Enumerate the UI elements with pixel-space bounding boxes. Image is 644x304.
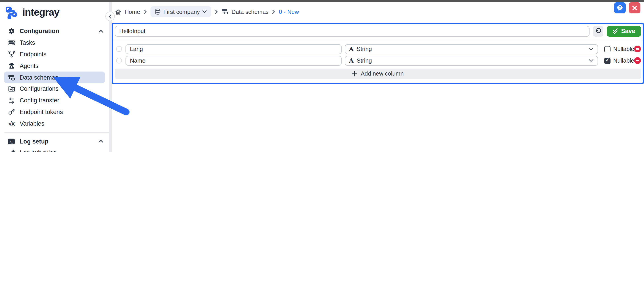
schema-name-row: Save — [115, 26, 641, 37]
breadcrumb-section-label: Data schemas — [232, 8, 269, 15]
column-type-select[interactable]: A String — [344, 44, 598, 54]
sidebar-item-label: Log setup — [20, 138, 48, 145]
app-logo: integray — [0, 2, 109, 20]
schema-column-row: A String Nullable — [115, 44, 641, 54]
top-bar: Home First company Data schemas 0 - New — [112, 2, 644, 22]
chevron-down-icon — [588, 47, 594, 51]
integray-logo-icon — [4, 5, 19, 20]
sidebar-item-label: Config transfer — [20, 97, 59, 104]
sidebar-item-log-setup[interactable]: >_ Log setup — [0, 135, 109, 147]
terminal-icon: >_ — [8, 137, 15, 145]
help-chat-button[interactable]: ? — [614, 2, 626, 14]
sidebar-item-tasks[interactable]: Tasks — [0, 37, 109, 49]
app-name: integray — [22, 7, 59, 18]
text-type-icon: A — [349, 46, 354, 52]
column-name-input[interactable] — [126, 44, 342, 54]
sidebar-item-label: Configurations — [20, 86, 58, 92]
sidebar-item-label: Tasks — [20, 39, 35, 46]
window-edge-strip — [0, 0, 644, 2]
schema-name-input[interactable] — [115, 26, 589, 37]
app-window: integray Configuration Tasks End — [0, 0, 644, 152]
remove-column-button[interactable] — [634, 58, 641, 64]
chevron-down-icon — [202, 10, 207, 13]
home-icon — [115, 8, 122, 15]
undo-icon — [595, 28, 601, 35]
sidebar-item-data-schemas[interactable]: Data schemas — [0, 72, 109, 83]
nullable-label: Nullable — [613, 46, 634, 52]
sidebar: integray Configuration Tasks End — [0, 2, 109, 152]
sidebar-nav: Configuration Tasks Endpoints Agent — [0, 26, 109, 152]
pencil-slash-icon — [8, 149, 15, 152]
chat-question-icon: ? — [616, 4, 624, 12]
chevron-left-icon — [108, 14, 112, 19]
drag-handle-icon[interactable] — [116, 46, 122, 52]
schema-column-row: A String Nullable — [115, 56, 641, 66]
sidebar-main-divider — [109, 2, 112, 152]
breadcrumb-home-label: Home — [124, 8, 140, 15]
sidebar-item-variables[interactable]: √x Variables — [0, 118, 109, 129]
svg-text:?: ? — [619, 5, 621, 10]
chevron-up-icon[interactable] — [98, 30, 103, 33]
breadcrumb-current[interactable]: 0 - New — [279, 8, 299, 15]
nullable-checkbox[interactable] — [604, 46, 610, 52]
chevron-up-icon[interactable] — [98, 140, 103, 143]
undo-button[interactable] — [593, 26, 603, 37]
close-button[interactable] — [629, 2, 640, 14]
chevron-right-icon — [215, 9, 218, 14]
sidebar-item-configurations[interactable]: Configurations — [0, 83, 109, 95]
plus-icon — [352, 71, 357, 76]
sidebar-divider — [4, 132, 109, 133]
sidebar-item-label: Data schemas — [20, 74, 58, 81]
sidebar-item-label: Configuration — [20, 28, 59, 35]
drag-handle-icon[interactable] — [116, 58, 122, 64]
folder-gear-icon — [8, 85, 15, 93]
breadcrumb-section[interactable]: Data schemas — [222, 8, 269, 15]
sidebar-collapse-button[interactable] — [106, 12, 115, 21]
close-icon — [632, 5, 637, 11]
breadcrumb-company-label: First company — [163, 8, 200, 15]
save-button-label: Save — [621, 28, 635, 35]
column-type-value: String — [356, 57, 372, 64]
sidebar-item-endpoints[interactable]: Endpoints — [0, 49, 109, 60]
schema-icon — [8, 74, 15, 81]
sidebar-item-agents[interactable]: Agents — [0, 60, 109, 72]
row-separator — [113, 41, 642, 41]
sidebar-item-label: Log hub rules — [20, 150, 56, 152]
key-icon — [8, 108, 15, 116]
sidebar-item-config-transfer[interactable]: Config transfer — [0, 95, 109, 106]
tasks-icon — [8, 39, 15, 47]
sidebar-item-label: Variables — [20, 120, 44, 127]
chevron-right-icon — [144, 9, 147, 14]
add-new-column-button[interactable]: Add new column — [115, 69, 641, 79]
transfer-arrows-icon — [8, 97, 15, 104]
nullable-checkbox[interactable] — [604, 58, 610, 64]
agent-icon — [8, 62, 15, 70]
main-area: Home First company Data schemas 0 - New — [112, 2, 644, 152]
remove-column-button[interactable] — [634, 46, 641, 52]
sidebar-item-configuration[interactable]: Configuration — [0, 26, 109, 37]
breadcrumb-home[interactable]: Home — [115, 8, 140, 15]
header-buttons: ? — [614, 2, 640, 14]
save-button[interactable]: Save — [607, 26, 641, 37]
sqrt-x-icon: √x — [8, 120, 15, 127]
add-new-column-label: Add new column — [361, 70, 404, 77]
database-icon — [155, 9, 160, 15]
gear-icon — [8, 28, 15, 35]
sidebar-item-label: Endpoint tokens — [20, 109, 63, 115]
chevron-down-icon — [588, 59, 594, 62]
sidebar-item-log-hub-rules[interactable]: Log hub rules — [0, 147, 109, 152]
chevron-right-icon — [272, 9, 275, 14]
sidebar-item-endpoint-tokens[interactable]: Endpoint tokens — [0, 106, 109, 118]
breadcrumb-company-selector[interactable]: First company — [150, 6, 211, 17]
branch-icon — [8, 51, 15, 58]
breadcrumb: Home First company Data schemas 0 - New — [115, 6, 299, 17]
nullable-label: Nullable — [613, 57, 634, 64]
column-type-value: String — [356, 46, 372, 52]
sidebar-item-label: Endpoints — [20, 51, 46, 58]
column-type-select[interactable]: A String — [344, 56, 598, 66]
double-check-icon — [612, 28, 618, 34]
sidebar-item-label: Agents — [20, 63, 38, 69]
schema-editor-panel: Save A String Nullable — [112, 23, 644, 84]
column-name-input[interactable] — [126, 56, 342, 66]
schema-icon — [222, 9, 228, 15]
